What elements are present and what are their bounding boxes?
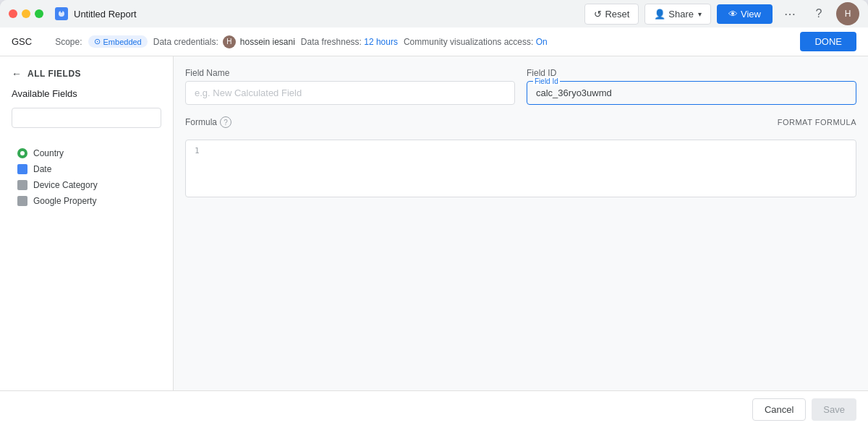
dialog-field-name-device: Device Category xyxy=(33,180,98,190)
user-avatar: H xyxy=(223,35,236,48)
reset-label: Reset xyxy=(605,9,629,20)
share-chevron: ▾ xyxy=(698,10,702,18)
field-icon-date-dialog xyxy=(17,164,27,174)
minimize-button[interactable] xyxy=(22,9,30,18)
freshness-value[interactable]: 12 hours xyxy=(364,37,398,47)
fields-search-wrapper: 🔍 xyxy=(12,108,161,137)
back-nav[interactable]: ← ALL FIELDS xyxy=(12,68,161,80)
freshness-label: Data freshness: xyxy=(301,37,362,47)
available-fields-title: Available Fields xyxy=(12,88,161,99)
reset-button[interactable]: ↺ Reset xyxy=(584,4,639,25)
svg-point-1 xyxy=(61,11,63,13)
line-number-1: 1 xyxy=(195,146,200,155)
formula-label-text: Formula xyxy=(185,117,217,127)
view-button[interactable]: 👁 View xyxy=(717,4,773,24)
scope-icon: ⊙ xyxy=(94,37,101,46)
field-name-input[interactable] xyxy=(185,81,515,105)
all-fields-label: ALL FIELDS xyxy=(27,69,81,79)
field-icon-device-dialog xyxy=(17,180,27,190)
fields-panel: ← ALL FIELDS Available Fields 🔍 Country xyxy=(0,56,174,390)
fields-search-input[interactable] xyxy=(12,108,161,128)
help-button[interactable]: ? xyxy=(807,2,830,25)
community-area: Community visualizations access: On xyxy=(404,37,548,47)
formula-line-1: 1 xyxy=(195,146,847,155)
app-title-area: Untitled Report xyxy=(55,7,137,20)
user-name: hossein iesani xyxy=(240,37,295,47)
credentials-area: Data credentials: H hossein iesani xyxy=(153,35,295,48)
community-label: Community visualizations access: xyxy=(404,37,533,47)
eye-icon: 👁 xyxy=(728,9,738,20)
dialog-overlay: GSC Scope: ⊙ Embedded Data credentials: … xyxy=(0,27,868,428)
share-label: Share xyxy=(668,9,694,20)
app-window: Untitled Report ↺ Reset 👤 Share ▾ 👁 View… xyxy=(0,0,868,428)
field-id-group: Field ID Field Id calc_36ryo3uwmd xyxy=(527,68,856,105)
scope-value: Embedded xyxy=(103,38,142,46)
avatar[interactable]: H xyxy=(836,2,859,25)
field-icon-country xyxy=(17,148,27,158)
window-title: Untitled Report xyxy=(74,9,137,20)
traffic-lights xyxy=(9,9,43,18)
dialog-field-country[interactable]: Country xyxy=(12,145,161,161)
field-id-label: Field ID xyxy=(527,68,856,78)
dialog-field-device[interactable]: Device Category xyxy=(12,177,161,193)
reset-icon: ↺ xyxy=(594,9,602,20)
back-arrow-icon: ← xyxy=(12,68,22,80)
close-button[interactable] xyxy=(9,9,17,18)
dialog-footer: Cancel Save xyxy=(0,390,868,428)
formula-label-group: Formula ? xyxy=(185,116,231,128)
dialog-title: GSC xyxy=(12,36,32,47)
field-name-label: Field Name xyxy=(185,68,515,78)
scope-badge: ⊙ Embedded xyxy=(88,35,148,48)
field-name-id-row: Field Name Field ID Field Id calc_36ryo3… xyxy=(185,68,856,105)
dialog-header: GSC Scope: ⊙ Embedded Data credentials: … xyxy=(0,27,868,56)
field-icon-google-property xyxy=(17,196,27,206)
field-id-wrapper: Field Id calc_36ryo3uwmd xyxy=(527,81,856,105)
cancel-button[interactable]: Cancel xyxy=(752,398,806,421)
formula-header: Formula ? FORMAT FORMULA xyxy=(185,116,856,128)
scope-area: Scope: ⊙ Embedded xyxy=(55,35,148,48)
dialog-field-name-google-property: Google Property xyxy=(33,196,96,206)
formula-area: Field Name Field ID Field Id calc_36ryo3… xyxy=(174,56,868,390)
dialog-field-date[interactable]: Date xyxy=(12,161,161,177)
format-formula-button[interactable]: FORMAT FORMULA xyxy=(778,118,856,127)
field-name-group: Field Name xyxy=(185,68,515,105)
more-options-button[interactable]: ⋯ xyxy=(778,2,801,25)
dialog-body: ← ALL FIELDS Available Fields 🔍 Country xyxy=(0,56,868,390)
share-icon: 👤 xyxy=(654,9,665,20)
freshness-area: Data freshness: 12 hours xyxy=(301,37,398,47)
formula-help-icon[interactable]: ? xyxy=(220,116,231,128)
maximize-button[interactable] xyxy=(35,9,43,18)
svg-point-23 xyxy=(20,151,25,155)
view-label: View xyxy=(741,9,761,20)
field-id-inner-label: Field Id xyxy=(533,77,560,85)
share-button[interactable]: 👤 Share ▾ xyxy=(644,4,711,25)
field-id-value[interactable]: calc_36ryo3uwmd xyxy=(536,85,847,98)
credentials-label: Data credentials: xyxy=(153,37,218,47)
dialog-field-google-property[interactable]: Google Property xyxy=(12,193,161,209)
title-bar: Untitled Report ↺ Reset 👤 Share ▾ 👁 View… xyxy=(0,0,868,27)
dialog-field-name-date: Date xyxy=(33,164,51,174)
community-value: On xyxy=(536,37,548,47)
app-icon xyxy=(55,7,68,20)
save-button[interactable]: Save xyxy=(812,398,856,421)
formula-editor[interactable]: 1 xyxy=(185,140,856,197)
done-button[interactable]: DONE xyxy=(800,32,856,51)
dialog-field-name-country: Country xyxy=(33,148,64,158)
scope-label: Scope: xyxy=(55,37,82,47)
